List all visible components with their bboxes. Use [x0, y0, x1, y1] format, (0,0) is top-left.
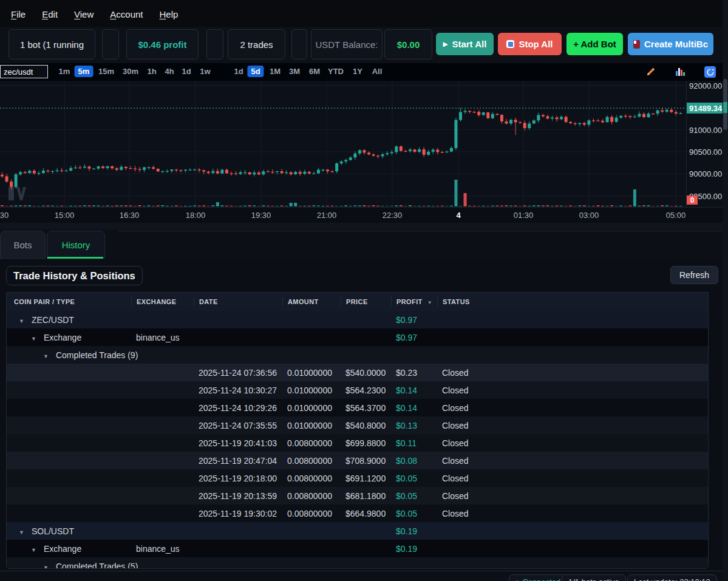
group-profit: $0.19 — [396, 544, 417, 554]
bots-summary-label: 1 bot (1 running — [20, 39, 84, 50]
sync-icon[interactable] — [704, 66, 716, 78]
column-header-date[interactable]: DATE — [194, 297, 282, 307]
pencil-icon[interactable] — [645, 66, 656, 77]
expand-caret-icon[interactable]: ▼ — [43, 565, 49, 569]
timeframe-4h[interactable]: 4h — [161, 66, 177, 77]
expand-caret-icon[interactable]: ▼ — [31, 547, 36, 553]
symbol-input[interactable] — [0, 65, 48, 78]
range-5d[interactable]: 5d — [247, 66, 264, 77]
time-axis[interactable]: 3015:0016:3018:0019:3021:0022:30401:3003… — [0, 207, 728, 223]
expand-caret-icon[interactable]: ▼ — [31, 336, 36, 342]
trade-row: 2025-11-19 20:18:000.00800000$691.1200$0… — [7, 469, 708, 487]
candlestick-chart[interactable] — [0, 81, 686, 207]
menu-item-file[interactable]: File — [11, 9, 26, 19]
timeframe-15m[interactable]: 15m — [95, 66, 118, 77]
time-tick: 01:30 — [514, 211, 534, 220]
menu-bar: FileEditViewAccountHelp — [0, 0, 728, 27]
add-bot-label: + Add Bot — [573, 39, 616, 49]
toolbar-separator — [291, 29, 307, 59]
tab-history[interactable]: History — [47, 231, 105, 259]
group-row-completed-trades-9-[interactable]: ▼Completed Trades (9) — [7, 346, 708, 364]
trade-row: 2025-11-19 20:13:590.00800000$681.1800$0… — [7, 487, 708, 505]
group-row-sol-usdt[interactable]: ▼SOL/USDT$0.19 — [7, 522, 708, 540]
table-header: COIN PAIR / TYPEEXCHANGEDATEAMOUNTPRICEP… — [7, 293, 708, 311]
trade-price: $681.1800 — [345, 491, 386, 501]
timeframe-30m[interactable]: 30m — [119, 66, 142, 77]
trade-date: 2025-11-24 10:30:27 — [199, 386, 277, 395]
group-row-zec-usdt[interactable]: ▼ZEC/USDT$0.97 — [7, 311, 708, 328]
sort-desc-icon[interactable]: ▼ — [427, 300, 432, 305]
expand-caret-icon[interactable]: ▼ — [43, 353, 49, 359]
create-multibot-button[interactable]: Create MultiBc — [628, 33, 713, 55]
expand-caret-icon[interactable]: ▼ — [19, 318, 24, 324]
bar-chart-icon[interactable] — [675, 66, 685, 77]
trade-profit: $0.05 — [396, 491, 417, 501]
current-price-chip: 91489.34 — [687, 103, 723, 114]
range-6M[interactable]: 6M — [305, 66, 324, 77]
tabbar-divider — [118, 231, 728, 231]
menu-item-edit[interactable]: Edit — [42, 9, 58, 19]
range-1d[interactable]: 1d — [230, 66, 247, 77]
price-tick: 91000.00 — [689, 126, 722, 135]
column-header-coin-pair-type[interactable]: COIN PAIR / TYPE — [7, 297, 131, 307]
menu-item-help[interactable]: Help — [160, 9, 179, 19]
trade-price: $540.8000 — [345, 421, 386, 430]
column-header-status[interactable]: STATUS — [437, 297, 708, 307]
group-row-completed-trades-5-[interactable]: ▼Completed Trades (5) — [7, 557, 708, 569]
group-label: SOL/USDT — [32, 526, 74, 536]
balance-value-box: $0.00 — [384, 29, 432, 59]
trade-date: 2025-11-19 19:30:02 — [199, 509, 277, 518]
connection-status: ●Connected — [509, 574, 567, 581]
tab-bar: Bots History — [0, 229, 728, 260]
menu-item-account[interactable]: Account — [110, 9, 143, 19]
group-row-exchange[interactable]: ▼Exchangebinance_us$0.97 — [7, 328, 708, 346]
trade-amount: 0.01000000 — [287, 368, 332, 378]
trade-profit: $0.13 — [396, 421, 417, 430]
price-axis[interactable]: 92000.0091000.0090500.0090000.0089500.00… — [686, 81, 723, 207]
trade-amount: 0.00800000 — [287, 474, 332, 483]
trade-amount: 0.00800000 — [287, 509, 332, 518]
group-row-exchange[interactable]: ▼Exchangebinance_us$0.19 — [7, 540, 708, 557]
start-all-button[interactable]: ▶Start All — [436, 33, 494, 55]
range-All[interactable]: All — [369, 66, 386, 77]
refresh-button[interactable]: Refresh — [670, 266, 718, 284]
range-1Y[interactable]: 1Y — [349, 66, 366, 77]
volume-zero-chip: 0 — [687, 195, 698, 205]
trade-price: $708.9000 — [345, 456, 386, 466]
add-bot-button[interactable]: + Add Bot — [566, 33, 623, 55]
column-header-price[interactable]: PRICE — [341, 297, 391, 307]
expand-caret-icon[interactable]: ▼ — [19, 529, 24, 535]
range-YTD[interactable]: YTD — [324, 66, 347, 77]
menu-item-view[interactable]: View — [74, 9, 94, 19]
trade-amount: 0.01000000 — [287, 386, 332, 395]
bots-summary: 1 bot (1 running — [9, 29, 95, 59]
tab-bots[interactable]: Bots — [0, 231, 46, 259]
exchange-name: binance_us — [136, 544, 180, 554]
chart-toolbar: 1m5m15m30m1h4h1d1w 1d5d1M3M6MYTD1YAll — [0, 63, 728, 81]
time-tick: 05:00 — [666, 211, 686, 220]
time-tick: 4 — [456, 211, 460, 220]
trade-row: 2025-11-24 10:29:260.01000000$564.3700$0… — [7, 399, 708, 416]
timeframe-1h[interactable]: 1h — [143, 66, 160, 77]
time-tick: 18:00 — [186, 211, 206, 220]
timeframe-5m[interactable]: 5m — [75, 66, 94, 77]
last-update-label: Last update: 22:10:13 — [634, 577, 710, 581]
range-1M[interactable]: 1M — [266, 66, 284, 77]
stop-all-button[interactable]: Stop All — [498, 33, 562, 55]
group-label: Exchange — [44, 333, 81, 342]
range-3M[interactable]: 3M — [285, 66, 304, 77]
column-header-exchange[interactable]: EXCHANGE — [131, 297, 194, 307]
last-update-status: Last update: 22:10:13 — [627, 574, 717, 581]
timeframe-1d[interactable]: 1d — [178, 66, 194, 77]
connected-dot-icon: ● — [515, 579, 519, 581]
vertical-scrollbar[interactable] — [723, 0, 728, 581]
bots-active-label: 1/1 bots active — [568, 577, 619, 581]
timeframe-1m[interactable]: 1m — [55, 66, 74, 77]
toolbar-separator — [102, 29, 119, 59]
trade-row: 2025-11-19 19:30:020.00800000$664.9800$0… — [7, 505, 708, 522]
connected-label: Connected — [522, 577, 560, 581]
timeframe-1w[interactable]: 1w — [196, 66, 214, 77]
column-header-profit[interactable]: PROFIT▼ — [391, 297, 437, 307]
column-header-amount[interactable]: AMOUNT — [282, 297, 341, 307]
time-tick: 03:00 — [579, 211, 599, 220]
